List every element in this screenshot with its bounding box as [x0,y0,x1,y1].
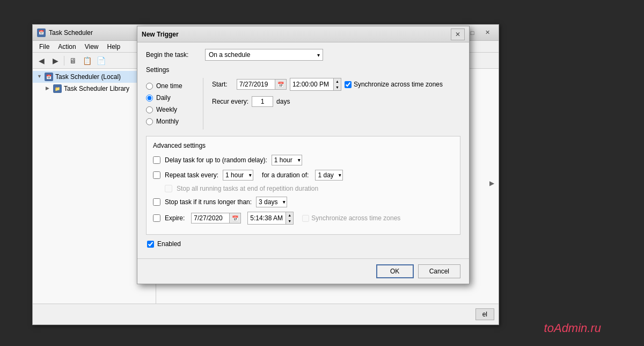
begin-task-select-wrapper: On a schedule [205,49,323,61]
dialog-title: New Trigger [142,31,451,38]
radio-monthly-input[interactable] [146,118,153,125]
expire-time-field[interactable] [248,212,286,224]
toolbar-btn3[interactable]: 📄 [94,55,107,67]
new-trigger-dialog: New Trigger ✕ Begin the task: On a sched… [137,26,470,284]
recur-value-input[interactable] [252,96,273,107]
expire-time-up[interactable]: ▲ [286,212,293,218]
expire-checkbox[interactable] [153,214,160,222]
start-date-input[interactable] [237,80,275,89]
repeat-task-select[interactable]: 1 hour [223,170,253,181]
toolbar-back[interactable]: ◀ [35,55,48,67]
watermark: toAdmin.ru [544,321,601,335]
radio-one-time-label: One time [156,82,182,90]
stop-task-checkbox[interactable] [153,198,160,206]
expire-date-input[interactable] [192,213,229,223]
dialog-buttons: OK Cancel [137,258,469,284]
recur-unit: days [276,98,290,105]
toolbar-btn1[interactable]: 🖥 [67,55,79,67]
recur-label: Recur every: [212,98,248,105]
sync-timezone-text: Synchronize across time zones [354,81,443,88]
repeat-task-checkbox[interactable] [153,171,160,179]
sidebar-library-label: Task Scheduler Library [64,85,129,92]
toolbar-forward[interactable]: ▶ [49,55,62,67]
expand-icon-library: ▶ [46,85,52,92]
expire-calendar-button[interactable]: 📅 [229,213,240,223]
schedule-radio-group: One time Daily Weekly Monthly [146,78,194,129]
enabled-checkbox[interactable] [147,241,154,248]
start-label: Start: [212,81,233,88]
menu-view[interactable]: View [80,42,103,52]
radio-one-time-input[interactable] [146,83,153,90]
dialog-close-button[interactable]: ✕ [451,28,465,40]
el-button[interactable]: el [475,308,494,320]
settings-label: Settings [146,66,460,74]
sync-timezone-checkbox[interactable] [345,81,352,88]
start-date-combo[interactable]: 📅 [237,79,287,90]
bg-close-button[interactable]: ✕ [480,27,494,38]
menu-action[interactable]: Action [54,42,80,52]
radio-weekly-input[interactable] [146,106,153,113]
for-duration-label: for a duration of: [262,171,309,179]
radio-one-time[interactable]: One time [146,82,194,90]
begin-task-label: Begin the task: [146,51,205,59]
expire-time-down[interactable]: ▼ [286,218,293,224]
stop-running-tasks-label: Stop all running tasks at end of repetit… [177,185,318,192]
enabled-label: Enabled [157,240,181,248]
radio-daily-input[interactable] [146,95,153,102]
expire-sync-checkbox[interactable] [302,215,309,222]
dialog-body: Begin the task: On a schedule Settings O… [137,42,469,254]
sync-timezone-label[interactable]: Synchronize across time zones [345,81,443,88]
settings-area: One time Daily Weekly Monthly [146,78,460,129]
expire-time-input[interactable]: ▲ ▼ [247,212,294,225]
delay-task-checkbox[interactable] [153,156,160,164]
advanced-settings-section: Advanced settings Delay task for up to (… [146,136,460,235]
expire-date-combo[interactable]: 📅 [191,213,241,224]
expire-sync-label[interactable]: Synchronize across time zones [302,214,400,222]
begin-task-select[interactable]: On a schedule [205,49,323,61]
repeat-task-select-wrapper: 1 hour ▾ [223,170,253,181]
stop-task-label: Stop task if it runs longer than: [165,198,252,206]
delay-task-label: Delay task for up to (random delay): [165,156,267,164]
time-up-button[interactable]: ▲ [334,78,341,84]
ok-button[interactable]: OK [376,264,414,278]
radio-weekly[interactable]: Weekly [146,106,194,113]
enabled-row: Enabled [146,240,460,248]
time-down-button[interactable]: ▼ [334,84,341,90]
stop-running-tasks-row: Stop all running tasks at end of repetit… [153,185,453,192]
toolbar-separator [64,56,64,66]
start-time-input[interactable]: ▲ ▼ [290,78,341,91]
delay-task-row: Delay task for up to (random delay): 1 h… [153,155,453,165]
duration-select[interactable]: 1 day [315,170,343,181]
stop-task-select[interactable]: 3 days [256,197,287,207]
radio-monthly[interactable]: Monthly [146,118,194,125]
radio-daily[interactable]: Daily [146,94,194,102]
expire-label: Expire: [165,214,185,222]
cancel-button[interactable]: Cancel [418,264,460,278]
expire-time-arrows: ▲ ▼ [286,212,293,224]
recur-row: Recur every: days [212,96,460,107]
dialog-titlebar: New Trigger ✕ [137,26,469,42]
stop-task-row: Stop task if it runs longer than: 3 days… [153,197,453,207]
repeat-task-row: Repeat task every: 1 hour ▾ for a durati… [153,170,453,181]
stop-task-select-wrapper: 3 days ▾ [256,197,287,207]
radio-monthly-label: Monthly [156,118,179,125]
app-icon: 📅 [37,28,46,37]
repeat-task-label: Repeat task every: [165,171,218,179]
start-time-field[interactable] [290,78,333,90]
radio-weekly-label: Weekly [156,106,177,113]
radio-daily-label: Daily [156,94,171,102]
menu-file[interactable]: File [35,42,54,52]
scroll-right-icon: ▶ [489,179,494,187]
time-spin-arrows: ▲ ▼ [333,78,341,90]
toolbar-btn2[interactable]: 📋 [80,55,93,67]
delay-task-select[interactable]: 1 hour [272,155,302,165]
library-icon: 📁 [53,84,62,93]
sidebar-local-label: Task Scheduler (Local) [55,73,121,81]
date-calendar-button[interactable]: 📅 [275,80,286,89]
expand-icon: ▼ [37,74,43,80]
delay-task-select-wrapper: 1 hour ▾ [272,155,302,165]
expire-sync-text: Synchronize across time zones [311,214,400,222]
settings-right-panel: Start: 📅 ▲ ▼ Synchronize ac [203,78,460,129]
menu-help[interactable]: Help [103,42,125,52]
stop-running-tasks-checkbox[interactable] [165,185,172,192]
